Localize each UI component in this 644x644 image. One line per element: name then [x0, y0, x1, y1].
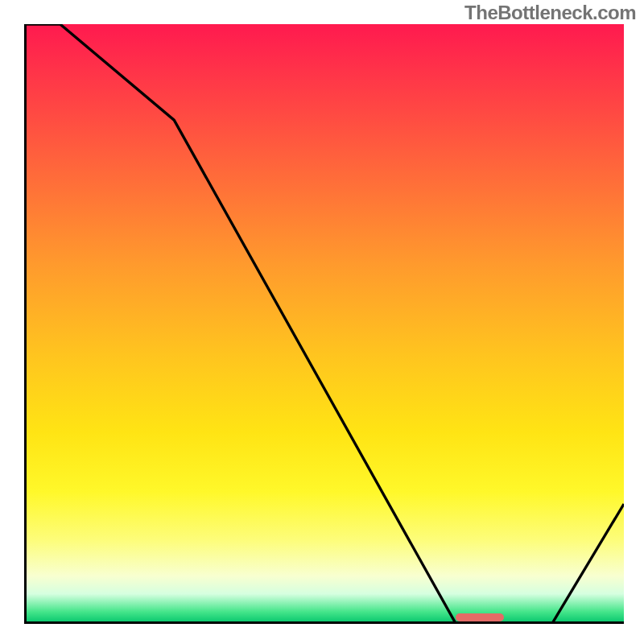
bottleneck-curve — [24, 24, 624, 624]
plot-area — [24, 24, 624, 624]
x-axis — [24, 621, 624, 624]
optimal-range-marker — [456, 613, 504, 621]
y-axis — [24, 24, 27, 624]
chart-container: TheBottleneck.com — [0, 0, 644, 644]
curve-path — [24, 24, 624, 624]
watermark-text: TheBottleneck.com — [464, 2, 636, 24]
